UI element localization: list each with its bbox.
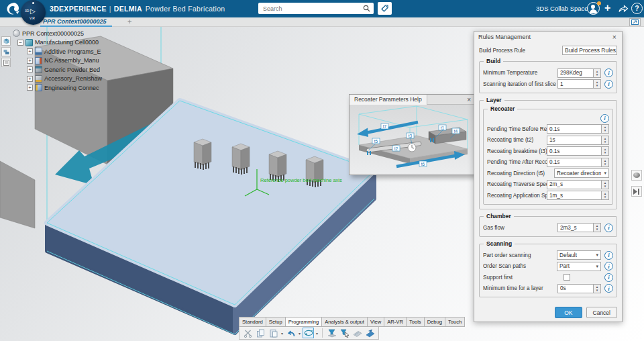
undo-dropdown-icon[interactable]: ▾ [299, 331, 301, 336]
recoater-help-panel[interactable]: Recoater Parameters Help × [349, 94, 475, 175]
close-icon[interactable]: × [611, 33, 618, 41]
close-icon[interactable]: × [464, 96, 474, 103]
value-input[interactable]: 0.1s [547, 158, 602, 167]
expand-icon[interactable]: + [27, 85, 33, 91]
cut-icon[interactable] [242, 328, 254, 338]
explore-mode-button[interactable] [1, 36, 11, 46]
collab-space-selector[interactable]: 3DS Collab Space∨ [536, 5, 594, 12]
info-icon[interactable]: i [600, 114, 609, 123]
new-tab-button[interactable]: + [127, 17, 131, 26]
spinner[interactable]: ▴▾ [602, 136, 609, 145]
ppr-view-icon[interactable] [303, 328, 314, 338]
checkbox[interactable] [564, 274, 570, 281]
ribbon-tab[interactable]: AR-VR [384, 317, 406, 327]
paste-icon[interactable] [268, 328, 279, 338]
user-avatar-button[interactable] [587, 2, 600, 15]
spinner[interactable]: ▴▾ [602, 124, 609, 134]
ok-button[interactable]: OK [555, 307, 582, 318]
ribbon-tab[interactable]: Programming [285, 317, 322, 327]
rules-panel-titlebar[interactable]: Rules Management × [474, 32, 622, 42]
ribbon-tab[interactable]: Debug [424, 317, 445, 327]
ribbon-tab[interactable]: Standard [239, 317, 266, 327]
machine-base-wedge [0, 161, 35, 228]
value-input[interactable]: 0.1s [547, 146, 602, 156]
plate-slope-tool-icon[interactable] [352, 328, 363, 338]
spinner[interactable]: ▴▾ [602, 180, 609, 189]
powder-deposit-select-tool-icon[interactable] [339, 328, 350, 338]
3ds-logo-icon[interactable] [3, 1, 21, 17]
collapse-icon[interactable]: − [17, 40, 23, 46]
copy-icon[interactable] [255, 328, 266, 338]
powder-deposit-tool-icon[interactable] [326, 328, 337, 338]
sphere-view-button[interactable] [631, 170, 642, 181]
ribbon-tab[interactable]: Touch [445, 317, 465, 327]
dropdown[interactable]: Recoater direction▾ [554, 168, 609, 178]
value-input[interactable]: 1m_s [547, 191, 602, 200]
graph-mode-button[interactable] [1, 47, 11, 56]
value-input[interactable]: 0.1s [547, 124, 602, 134]
build-process-rule-input[interactable]: Build Process Rules.1 [562, 46, 617, 55]
info-icon[interactable]: i [604, 68, 613, 77]
search-input[interactable] [262, 5, 363, 13]
value-input[interactable]: 0s [557, 284, 594, 293]
float-window-button[interactable] [629, 18, 641, 26]
compass-icon[interactable]: 3D ▷ V.R [21, 0, 46, 25]
play-control-button[interactable] [631, 186, 642, 197]
info-icon[interactable]: i [604, 273, 613, 282]
paste-dropdown-icon[interactable]: ▾ [281, 331, 283, 336]
list-mode-button[interactable] [1, 58, 11, 67]
info-icon[interactable]: i [604, 262, 613, 271]
plate-slope-arrow-tool-icon[interactable] [364, 328, 376, 338]
ribbon-tab[interactable]: Tools [406, 317, 424, 327]
document-tab[interactable]: PPR Context00000025 [40, 17, 112, 27]
dropdown[interactable]: Default▾ [557, 250, 601, 260]
tree-item[interactable]: −Manufacturing Cell0000 [11, 38, 125, 48]
spinner[interactable]: ▴▾ [594, 223, 601, 232]
info-icon[interactable]: i [604, 224, 613, 232]
value-input[interactable]: 1s [547, 136, 602, 145]
undo-icon[interactable] [285, 328, 297, 338]
help-panel-titlebar[interactable]: Recoater Parameters Help × [350, 95, 474, 105]
info-icon[interactable]: i [604, 284, 613, 293]
tree-item[interactable]: +Generic Powder Bed [11, 65, 125, 75]
spinner[interactable]: ▴▾ [594, 79, 601, 89]
expand-icon[interactable]: + [27, 58, 33, 64]
tree-item[interactable]: +Engineering Connec [11, 83, 125, 93]
add-content-button[interactable]: + [604, 1, 610, 15]
spinner[interactable]: ▴▾ [602, 191, 609, 200]
play-icon[interactable]: ▷ [30, 7, 36, 15]
ribbon-tab[interactable]: View [367, 317, 384, 327]
search-bar[interactable] [258, 3, 374, 14]
spinner[interactable]: ▴▾ [594, 68, 601, 78]
field-label: Recoating time (t2) [487, 137, 547, 143]
dropdown[interactable]: Part▾ [557, 262, 601, 271]
spinner[interactable]: ▴▾ [594, 284, 601, 293]
tree-item[interactable]: +NC Assembly_Manu [11, 56, 125, 66]
tree-item[interactable]: PPR Context00000025 [11, 29, 125, 38]
tag-button[interactable] [378, 2, 392, 15]
help-button[interactable]: ? [631, 3, 643, 14]
cancel-button[interactable]: Cancel [586, 307, 617, 318]
tree-item[interactable]: +Accessory_Renishaw [11, 75, 125, 84]
field-controls: 0.1s▴▾ [547, 146, 609, 156]
help-recoater-bar [429, 128, 466, 144]
expand-icon[interactable]: + [27, 76, 33, 82]
ribbon-tab[interactable]: Setup [266, 317, 285, 327]
view-dropdown-icon[interactable]: ▾ [316, 331, 318, 336]
value-input[interactable]: 298Kdeg [557, 68, 594, 78]
value-input[interactable]: 2m3_s [557, 223, 594, 232]
expand-icon[interactable]: + [27, 66, 33, 72]
spinner[interactable]: ▴▾ [602, 146, 609, 156]
info-icon[interactable]: i [604, 251, 613, 260]
info-icon[interactable]: i [604, 80, 613, 89]
value-input[interactable]: 2m_s [547, 180, 602, 189]
value-input[interactable]: 1 [557, 79, 594, 89]
ribbon-tab[interactable]: Analysis & output [321, 317, 367, 327]
brand-label: 3DEXPERIENCE [50, 5, 107, 13]
share-icon[interactable] [617, 3, 629, 13]
spinner[interactable]: ▴▾ [602, 158, 609, 167]
tree-item[interactable]: +Additive Programs_E [11, 47, 125, 56]
rules-management-panel[interactable]: Rules Management × Build Process Rule Bu… [474, 31, 623, 322]
expand-icon[interactable]: + [27, 48, 33, 54]
search-icon[interactable] [363, 5, 370, 12]
